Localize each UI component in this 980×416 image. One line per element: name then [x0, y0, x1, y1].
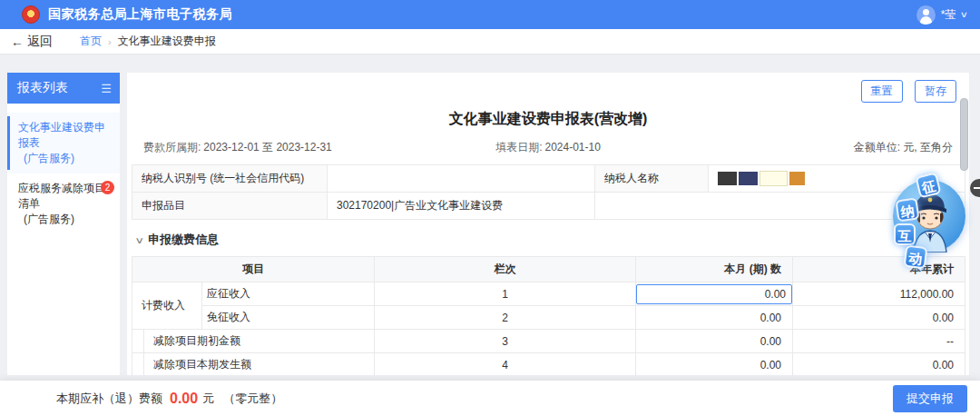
row-spacer	[132, 353, 144, 376]
breadcrumb-bar: ← 返回 首页 › 文化事业建设费申报	[0, 29, 980, 54]
assistant-chip[interactable]: 互	[894, 223, 916, 245]
form-toolbar: 重置 暂存	[127, 80, 969, 102]
row-column-number: 3	[375, 330, 636, 353]
fee-table-body: 计费收入应征收入1112,000.00免征收入20.000.00减除项目期初金额…	[132, 282, 965, 376]
fill-date-value: 2024-01-10	[544, 141, 600, 154]
submit-declaration-button[interactable]: 提交申报	[893, 385, 967, 412]
breadcrumb-home[interactable]: 首页	[80, 34, 102, 49]
redaction-block	[718, 172, 737, 185]
declaration-item-value: 302170200|广告业文化事业建设费	[328, 193, 595, 220]
vertical-scrollbar[interactable]	[960, 98, 968, 171]
month-amount-cell: 0.00	[636, 330, 793, 353]
back-label: 返回	[27, 34, 53, 50]
row-column-number: 1	[375, 282, 636, 306]
fee-table-row: 减除项目期初金额30.00--	[132, 330, 965, 353]
breadcrumb: 首页 › 文化事业建设费申报	[80, 34, 216, 49]
month-amount-cell: 0.00	[636, 306, 793, 330]
top-header-bar: 国家税务总局上海市电子税务局 *莹 ∨	[0, 0, 980, 29]
save-draft-button[interactable]: 暂存	[915, 80, 956, 103]
sidebar-item-label: 应税服务减除项目清单	[18, 181, 113, 212]
row-item-label: 应征收入	[202, 282, 375, 306]
col-header-item: 项目	[132, 257, 375, 282]
breadcrumb-separator: ›	[108, 36, 112, 47]
fill-date: 填表日期:2024-01-10	[413, 140, 682, 155]
user-avatar[interactable]	[916, 5, 936, 25]
form-title: 文化事业建设费申报表(营改增)	[127, 110, 969, 129]
redaction-block	[789, 172, 805, 185]
chevron-down-icon: ∨	[960, 10, 968, 19]
section-header[interactable]: ∨ 申报缴费信息	[136, 232, 969, 248]
row-item-label: 减除项目本期发生额	[144, 353, 375, 376]
app-title: 国家税务总局上海市电子税务局	[48, 6, 232, 23]
fill-date-label: 填表日期:	[495, 141, 542, 154]
sidebar-title: 报表列表	[17, 80, 68, 96]
year-total-cell: 112,000.00	[793, 282, 965, 306]
col-header-year: 本年累计	[793, 257, 965, 282]
fee-table-row: 免征收入20.000.00	[132, 306, 965, 330]
sidebar-item-sublabel: (广告服务)	[18, 151, 113, 166]
year-total-cell: --	[793, 330, 965, 353]
sidebar-item-label: 文化事业建设费申报表	[18, 120, 113, 151]
sidebar-item-sublabel: (广告服务)	[18, 212, 113, 227]
notification-badge: 2	[101, 181, 114, 194]
sidebar-header: 报表列表 ☰	[7, 73, 120, 104]
sidebar-item[interactable]: 文化事业建设费申报表(广告服务)	[7, 113, 120, 173]
month-amount-cell	[636, 282, 793, 306]
redaction-block	[760, 171, 788, 186]
tax-bureau-emblem-icon	[22, 5, 40, 24]
fee-period-label: 费款所属期:	[143, 141, 201, 154]
sidebar-menu: 文化事业建设费申报表(广告服务)应税服务减除项目清单(广告服务)2	[7, 104, 120, 234]
taxpayer-id-value	[328, 165, 595, 193]
row-spacer	[132, 330, 144, 353]
declaration-item-label: 申报品目	[132, 193, 328, 220]
widget-collapse-handle[interactable]	[970, 179, 980, 197]
year-total-cell: 0.00	[793, 353, 965, 376]
fee-declaration-table: 项目 栏次 本月 (期) 数 本年累计 计费收入应征收入1112,000.00免…	[132, 256, 965, 375]
section-title: 申报缴费信息	[148, 232, 219, 248]
taxpayer-info-table: 纳税人识别号 (统一社会信用代码) 纳税人名称 申报品目 302170200|广…	[132, 164, 965, 220]
month-amount-cell: 0.00	[636, 353, 793, 376]
fee-period-value: 2023-12-01 至 2023-12-31	[203, 141, 331, 154]
breadcrumb-current: 文化事业建设费申报	[118, 34, 216, 49]
app-window: 国家税务总局上海市电子税务局 *莹 ∨ ← 返回 首页 › 文化事业建设费申报 …	[0, 0, 980, 416]
assistant-chip[interactable]: 动	[904, 245, 928, 270]
user-name: *莹	[941, 7, 956, 23]
back-arrow-icon: ←	[11, 35, 24, 49]
back-button[interactable]: ← 返回	[11, 34, 53, 50]
fee-table-row: 减除项目本期发生额40.000.00	[132, 353, 965, 376]
declaration-form-panel: 重置 暂存 文化事业建设费申报表(营改增) 费款所属期:2023-12-01 至…	[127, 73, 969, 375]
form-meta-row: 费款所属期:2023-12-01 至 2023-12-31 填表日期:2024-…	[127, 140, 969, 155]
row-group-label: 计费收入	[132, 282, 202, 330]
month-amount-input[interactable]	[636, 284, 792, 304]
user-menu[interactable]: *莹 ∨	[916, 5, 967, 25]
section-chevron-icon: ∨	[134, 235, 144, 245]
fee-table-header-row: 项目 栏次 本月 (期) 数 本年累计	[132, 257, 965, 282]
fee-period: 费款所属期:2023-12-01 至 2023-12-31	[143, 140, 413, 155]
taxpayer-id-label: 纳税人识别号 (统一社会信用代码)	[132, 165, 328, 193]
sidebar-collapse-icon[interactable]: ☰	[101, 82, 112, 95]
redaction-block	[739, 172, 758, 185]
year-total-cell: 0.00	[793, 306, 965, 330]
row-item-label: 免征收入	[202, 306, 375, 330]
row-column-number: 2	[375, 306, 636, 330]
amount-unit-note: 金额单位: 元, 至角分	[683, 140, 953, 155]
report-list-sidebar: 报表列表 ☰ 文化事业建设费申报表(广告服务)应税服务减除项目清单(广告服务)2	[7, 73, 120, 375]
payable-amount-capital: （零元整）	[223, 391, 282, 407]
taxpayer-name-label: 纳税人名称	[595, 165, 709, 193]
col-header-colno: 栏次	[375, 257, 636, 282]
col-header-month: 本月 (期) 数	[636, 257, 793, 282]
payable-amount-unit: 元	[202, 391, 214, 407]
sidebar-item[interactable]: 应税服务减除项目清单(广告服务)2	[7, 173, 120, 234]
reset-button[interactable]: 重置	[861, 80, 903, 103]
bottom-action-bar: 本期应补（退）费额 0.00 元 （零元整） 提交申报	[0, 381, 980, 416]
row-item-label: 减除项目期初金额	[144, 330, 375, 353]
payable-amount-value: 0.00	[170, 391, 198, 407]
fee-table-row: 计费收入应征收入1112,000.00	[132, 282, 965, 306]
payable-amount-label: 本期应补（退）费额	[56, 391, 162, 407]
row-column-number: 4	[375, 353, 636, 376]
assistant-chip[interactable]: 纳	[895, 197, 919, 222]
